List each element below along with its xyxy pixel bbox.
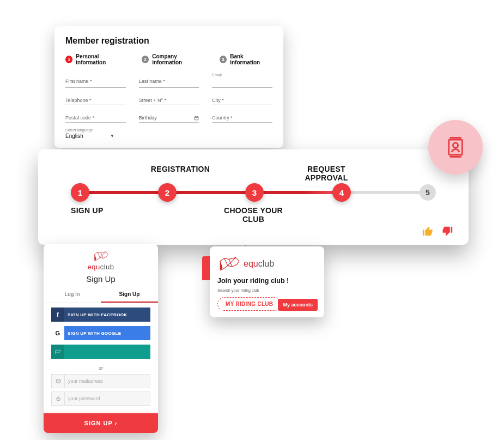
registration-card: Member registration 1 Personal informati…	[54, 26, 283, 148]
email-field[interactable]	[212, 77, 272, 88]
street-field[interactable]	[139, 94, 199, 105]
step-label: Personal information	[76, 53, 127, 65]
svg-rect-0	[195, 116, 198, 119]
step-number-icon: 3	[220, 56, 227, 63]
city-field[interactable]	[212, 94, 272, 105]
button-label: SIGN UP	[84, 420, 115, 426]
facebook-icon: f	[51, 308, 64, 322]
flow-step-2[interactable]: 2	[158, 183, 177, 202]
flow-step-1[interactable]: 1	[71, 183, 89, 202]
svg-point-2	[453, 143, 458, 148]
flow-label-request-approval: REQUEST APPROVAL	[290, 165, 363, 182]
svg-rect-4	[57, 399, 60, 401]
signup-submit-button[interactable]: SIGN UP ›	[44, 413, 158, 433]
telephone-field[interactable]	[65, 94, 126, 105]
calendar-icon	[194, 116, 199, 120]
step-label: Bank information	[230, 53, 272, 65]
horse-logo-icon	[217, 255, 240, 273]
postal-field[interactable]	[65, 112, 126, 123]
thumbs-down-icon[interactable]	[441, 225, 453, 237]
or-divider: or	[44, 365, 158, 371]
reg-step-3[interactable]: 3 Bank information	[220, 53, 272, 65]
signup-card: equclub Sign Up Log In Sign Up f SIGN UP…	[44, 244, 158, 433]
join-club-title: Join your riding club !	[217, 277, 317, 285]
tab-signup[interactable]: Sign Up	[101, 287, 158, 303]
mail-icon	[52, 375, 65, 388]
first-name-field[interactable]	[65, 73, 126, 88]
process-flow-card: REGISTRATION REQUEST APPROVAL 1 2 3 4 5 …	[38, 149, 469, 245]
signup-facebook-button[interactable]: f SIGN UP WITH FACEBOOK	[51, 308, 150, 322]
button-label	[64, 348, 150, 355]
google-icon: G	[51, 326, 64, 340]
tab-login[interactable]: Log In	[44, 287, 101, 303]
registration-stepper: 1 Personal information 2 Company informa…	[65, 53, 272, 65]
horse-small-icon	[51, 345, 64, 359]
email-label: Email	[212, 73, 272, 77]
reg-step-2[interactable]: 2 Company information	[142, 53, 205, 65]
chevron-down-icon: ▼	[110, 134, 114, 138]
registration-title: Member registration	[65, 36, 272, 46]
last-name-field[interactable]	[139, 73, 199, 88]
flow-step-3[interactable]: 3	[245, 183, 264, 202]
language-value: English	[65, 133, 83, 139]
flow-step-4[interactable]: 4	[332, 183, 351, 202]
my-accounts-button[interactable]: My accounts	[278, 299, 318, 311]
signup-google-button[interactable]: G SIGN UP WITH GOOGLE	[51, 326, 150, 340]
riding-club-chip[interactable]: MY RIDING CLUB	[217, 297, 281, 311]
join-club-subtitle: Search your riding club	[217, 288, 317, 293]
button-label: SIGN UP WITH FACEBOOK	[64, 309, 150, 321]
brand-text: equclub	[87, 263, 114, 271]
email-input-wrap	[51, 374, 150, 388]
decorative-strip	[202, 256, 210, 280]
join-club-card: equclub Join your riding club ! Search y…	[210, 246, 324, 317]
horse-logo-icon	[93, 250, 109, 263]
signup-alt-button[interactable]	[51, 345, 150, 359]
reg-step-1[interactable]: 1 Personal information	[65, 53, 127, 65]
flow-label-registration: REGISTRATION	[144, 165, 217, 182]
language-label: Select language	[65, 128, 272, 132]
password-input-wrap	[51, 391, 150, 406]
birthday-field[interactable]: Birthday	[139, 112, 199, 123]
flow-step-5[interactable]: 5	[420, 184, 436, 201]
chevron-right-icon: ›	[115, 420, 118, 426]
button-label: SIGN UP WITH GOOGLE	[64, 327, 150, 340]
flow-label-choose-club: CHOOSE YOUR CLUB	[217, 206, 290, 224]
flow-label-sign-up: SIGN UP	[71, 206, 144, 224]
thumbs-up-icon[interactable]	[422, 225, 434, 237]
lock-icon	[52, 392, 65, 405]
signup-title: Sign Up	[44, 274, 158, 284]
country-field[interactable]	[212, 112, 272, 123]
signup-password-input[interactable]	[65, 393, 150, 405]
brand-text: equclub	[244, 259, 274, 269]
birthday-label: Birthday	[139, 115, 157, 120]
step-number-icon: 1	[65, 56, 72, 63]
signup-email-input[interactable]	[65, 375, 150, 387]
step-number-icon: 2	[142, 56, 149, 63]
language-select[interactable]: English ▼	[65, 132, 114, 140]
step-label: Company information	[152, 53, 205, 65]
